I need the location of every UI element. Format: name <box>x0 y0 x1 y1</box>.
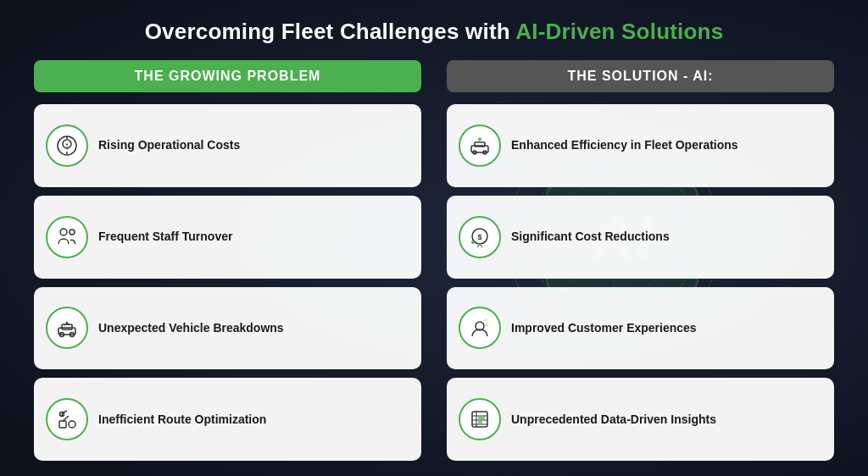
main-container: Overcoming Fleet Challenges with AI-Driv… <box>0 0 868 476</box>
cost-reduction-icon-circle: $ <box>459 216 501 258</box>
staff-turnover-icon-circle <box>46 216 88 258</box>
efficiency-icon-circle <box>459 125 501 167</box>
efficiency-icon <box>468 134 492 158</box>
route-opt-icon <box>55 407 79 431</box>
solution-header: THE SOLUTION - AI: <box>447 60 834 92</box>
problem-header: THE GROWING PROBLEM <box>34 60 421 92</box>
svg-rect-21 <box>62 324 72 329</box>
svg-rect-20 <box>58 328 75 335</box>
title-prefix: Overcoming Fleet Challenges with <box>145 19 516 44</box>
svg-rect-41 <box>478 417 485 419</box>
svg-point-25 <box>69 421 75 428</box>
svg-rect-24 <box>59 421 66 428</box>
svg-text:$: $ <box>477 233 481 241</box>
route-opt-label: Inefficient Route Optimization <box>98 412 266 428</box>
data-insights-icon-circle <box>459 398 501 440</box>
problem-item-route-opt: Inefficient Route Optimization <box>34 378 421 461</box>
svg-point-17 <box>60 229 67 235</box>
efficiency-label: Enhanced Efficiency in Fleet Operations <box>511 137 738 153</box>
rising-costs-icon-circle: ↑ <box>46 125 88 167</box>
svg-rect-28 <box>475 142 485 147</box>
customer-exp-label: Improved Customer Experiences <box>511 320 697 336</box>
problem-item-staff-turnover: Frequent Staff Turnover <box>34 196 421 279</box>
customer-exp-icon <box>468 316 492 340</box>
cost-reduction-label: Significant Cost Reductions <box>511 229 670 245</box>
rising-costs-label: Rising Operational Costs <box>98 137 240 153</box>
solution-column: THE SOLUTION - AI: Enhanced Efficiency i… <box>447 60 834 461</box>
cost-reduction-icon: $ <box>468 225 492 249</box>
route-opt-icon-circle <box>46 398 88 440</box>
solution-item-data-insights: Unprecedented Data-Driven Insights <box>447 378 834 461</box>
customer-exp-icon-circle <box>459 307 501 349</box>
svg-point-34 <box>471 241 475 244</box>
vehicle-breakdown-label: Unexpected Vehicle Breakdowns <box>98 320 284 336</box>
content-columns: THE GROWING PROBLEM ↑ Rising Operational… <box>34 60 834 461</box>
solution-item-cost-reduction: $ Significant Cost Reductions <box>447 196 834 279</box>
solution-item-efficiency: Enhanced Efficiency in Fleet Operations <box>447 104 834 187</box>
title-highlight: AI-Driven Solutions <box>515 19 723 44</box>
rising-costs-icon: ↑ <box>55 134 79 158</box>
vehicle-breakdown-icon <box>55 316 79 340</box>
staff-turnover-label: Frequent Staff Turnover <box>98 229 232 245</box>
problem-column: THE GROWING PROBLEM ↑ Rising Operational… <box>34 60 421 461</box>
svg-line-19 <box>74 241 75 244</box>
svg-rect-42 <box>478 421 482 423</box>
vehicle-breakdown-icon-circle <box>46 307 88 349</box>
svg-point-18 <box>70 230 75 235</box>
data-insights-label: Unprecedented Data-Driven Insights <box>511 412 716 428</box>
problem-item-rising-costs: ↑ Rising Operational Costs <box>34 104 421 187</box>
problem-item-vehicle-breakdown: Unexpected Vehicle Breakdowns <box>34 287 421 370</box>
data-insights-icon <box>468 407 492 431</box>
page-title: Overcoming Fleet Challenges with AI-Driv… <box>34 19 834 45</box>
solution-item-customer-exp: Improved Customer Experiences <box>447 287 834 370</box>
staff-turnover-icon <box>55 225 79 249</box>
